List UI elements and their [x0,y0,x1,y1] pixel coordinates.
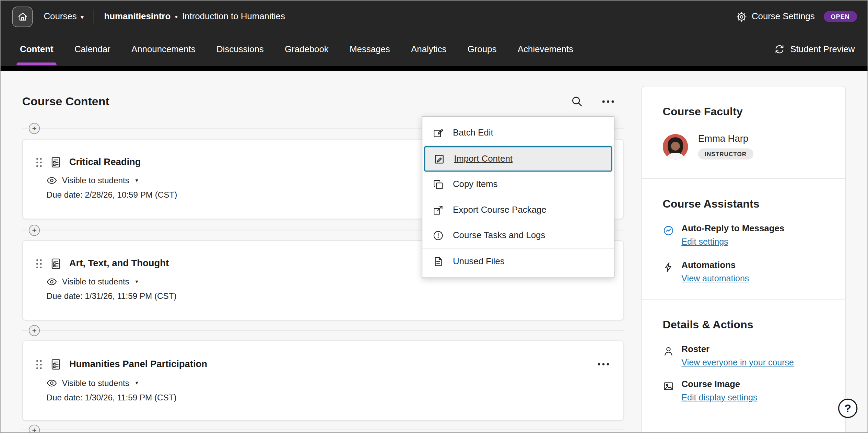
course-settings-button[interactable]: Course Settings [736,11,814,22]
tasks-logs-icon [432,230,445,241]
assistant-row-automations: Automations View automations [662,260,824,283]
add-content-button[interactable]: + [29,425,40,433]
menu-item-unused-files[interactable]: Unused Files [422,249,614,274]
search-button[interactable] [570,94,584,108]
role-badge: INSTRUCTOR [698,148,753,159]
avatar [662,134,688,159]
tab-label: Discussions [216,44,264,54]
menu-item-course-tasks-and-logs[interactable]: Course Tasks and Logs [422,223,614,248]
add-content-button[interactable]: + [29,225,40,236]
menu-item-label: Course Tasks and Logs [453,230,545,240]
assignment-icon [50,257,62,269]
auto-reply-icon [662,225,674,236]
caret-down-icon: ▾ [81,14,84,20]
tab-content[interactable]: Content [20,33,54,66]
roster-icon [662,346,674,357]
page-title: Course Content [22,95,109,108]
sidebar-divider [642,299,845,300]
menu-item-label: Unused Files [453,256,505,266]
courses-label: Courses [44,12,77,22]
tab-calendar[interactable]: Calendar [74,33,110,66]
assistant-row-auto-reply: Auto-Reply to Messages Edit settings [662,224,824,247]
due-date: Due date: 1/31/26, 11:59 PM (CST) [47,291,623,301]
student-preview-label: Student Preview [790,44,855,54]
tab-achievements[interactable]: Achievements [518,33,573,66]
edit-display-settings-link[interactable]: Edit display settings [681,393,757,402]
faculty-member: Emma Harp INSTRUCTOR [662,133,824,160]
course-assistants-heading: Course Assistants [662,198,824,210]
tab-label: Gradebook [285,44,329,54]
course-title: Introduction to Humanities [182,12,285,22]
course-details-sidebar: Course Faculty Emma Harp INSTRUCTOR Cour… [641,86,846,433]
tab-label: Content [20,44,54,54]
batch-edit-icon [432,127,445,139]
drag-handle[interactable] [35,359,43,370]
unused-files-icon [432,256,445,267]
course-faculty-heading: Course Faculty [662,105,824,118]
assistant-title: Auto-Reply to Messages [681,224,784,234]
automations-icon [662,261,674,273]
open-status-badge[interactable]: OPEN [823,11,857,22]
details-title: Roster [681,344,794,354]
copy-items-icon [432,178,445,190]
details-row-course-image: Course Image Edit display settings [662,379,824,402]
tab-analytics[interactable]: Analytics [411,33,446,66]
add-content-button[interactable]: + [29,325,40,336]
tab-discussions[interactable]: Discussions [216,33,264,66]
top-navigation-bar: Courses ▾ humanitiesintro • Introduction… [0,0,868,33]
drag-handle[interactable] [35,258,43,269]
menu-item-import-content[interactable]: Import Content [424,146,612,172]
content-item-title[interactable]: Humanities Panel Participation [69,359,207,370]
drag-handle[interactable] [35,156,43,168]
view-everyone-link[interactable]: View everyone in your course [681,358,794,367]
eye-icon [47,278,57,285]
separator-line [22,330,624,331]
menu-item-label: Batch Edit [453,128,493,138]
assignment-icon [50,156,62,168]
details-actions-heading: Details & Actions [662,318,824,331]
home-button[interactable] [12,7,33,27]
visibility-dropdown[interactable]: Visible to students ▾ [47,378,623,387]
menu-item-copy-items[interactable]: Copy Items [422,172,614,197]
add-content-separator: + [22,425,624,433]
eye-icon [47,379,57,387]
separator-line [22,430,624,430]
menu-item-label: Import Content [454,154,513,164]
visibility-label: Visible to students [62,176,129,185]
tab-announcements[interactable]: Announcements [131,33,196,66]
details-row-roster: Roster View everyone in your course [662,344,824,368]
edit-settings-link[interactable]: Edit settings [681,237,728,247]
export-package-icon [432,204,445,216]
student-preview-icon [774,44,785,55]
due-date: Due date: 1/30/26, 11:59 PM (CST) [47,393,623,402]
lms-course-page: Courses ▾ humanitiesintro • Introduction… [0,0,868,433]
topbar-divider [94,9,94,24]
content-item-title[interactable]: Critical Reading [69,157,141,168]
tab-groups[interactable]: Groups [468,33,497,66]
course-image-icon [662,381,674,392]
content-options-ellipsis-button[interactable] [601,94,615,108]
menu-item-batch-edit[interactable]: Batch Edit [422,120,614,145]
course-id: humanitiesintro [104,12,171,22]
courses-menu-button[interactable]: Courses ▾ [44,12,83,22]
view-automations-link[interactable]: View automations [681,273,749,283]
visibility-dropdown[interactable]: Visible to students ▾ [47,277,623,286]
caret-down-icon: ▾ [135,279,138,285]
sidebar-divider [642,178,845,179]
caret-down-icon: ▾ [135,380,138,386]
assistant-title: Automations [681,260,749,270]
add-content-button[interactable]: + [29,123,40,134]
content-card: Humanities Panel Participation Visible t… [22,340,624,421]
gear-icon [736,11,747,22]
tab-label: Calendar [74,44,110,54]
menu-item-export-course-package[interactable]: Export Course Package [422,197,614,222]
tab-gradebook[interactable]: Gradebook [285,33,329,66]
card-options-ellipsis-button[interactable] [597,358,610,371]
tab-messages[interactable]: Messages [350,33,390,66]
main-content-area: Course Content + [0,71,868,433]
content-item-title[interactable]: Art, Text, and Thought [69,258,169,269]
help-button[interactable]: ? [838,399,857,418]
content-options-menu: Batch Edit Import Content Copy Items [422,116,615,278]
student-preview-button[interactable]: Student Preview [774,33,855,66]
tab-label: Analytics [411,44,446,54]
